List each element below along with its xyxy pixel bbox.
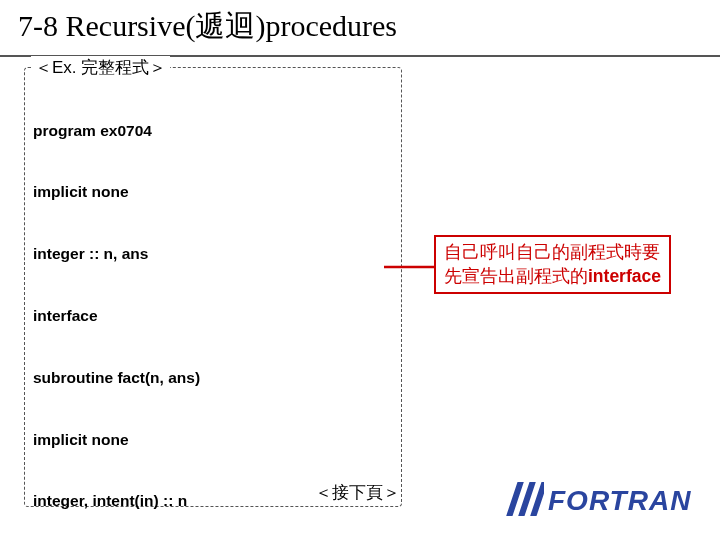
- code-line: interface: [33, 304, 393, 333]
- example-box: ＜Ex. 完整程式＞ program ex0704 implicit none …: [24, 67, 402, 507]
- legend-right: 完整程式＞: [81, 58, 166, 77]
- legend-left: ＜Ex.: [35, 58, 77, 77]
- example-legend: ＜Ex. 完整程式＞: [31, 56, 170, 79]
- callout-line2: 先宣告出副程式的interface: [444, 265, 661, 289]
- code-line: integer :: n, ans: [33, 242, 393, 271]
- slide-title: 7-8 Recursive(遞迴)procedures: [0, 0, 720, 57]
- code-block: program ex0704 implicit none integer :: …: [33, 86, 393, 540]
- code-line: implicit none: [33, 428, 393, 457]
- interface-keyword: interface: [33, 307, 106, 324]
- code-line: program ex0704: [33, 119, 393, 148]
- logo-slashes-icon: [504, 482, 544, 520]
- callout-line2-iface: interface: [588, 266, 661, 286]
- fortran-logo: FORTRAN: [504, 482, 704, 524]
- slide-body: ＜Ex. 完整程式＞ program ex0704 implicit none …: [0, 67, 720, 507]
- callout-line1: 自己呼叫自己的副程式時要: [444, 241, 661, 265]
- code-line: implicit none: [33, 180, 393, 209]
- code-line: subroutine fact(n, ans): [33, 366, 393, 395]
- logo-text: FORTRAN: [548, 485, 691, 516]
- next-page-note: ＜接下頁＞: [315, 481, 400, 504]
- callout-box: 自己呼叫自己的副程式時要 先宣告出副程式的interface: [434, 235, 671, 294]
- callout-line2-pre: 先宣告出副程式的: [444, 266, 588, 286]
